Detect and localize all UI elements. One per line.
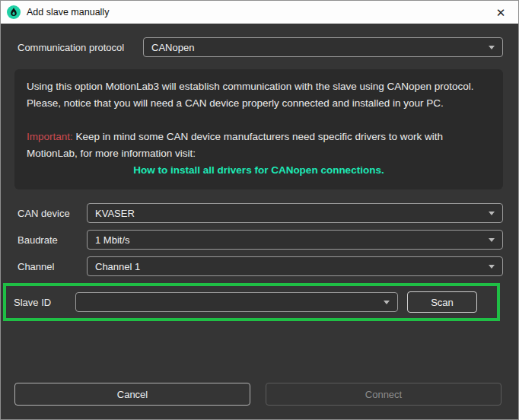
channel-label: Channel bbox=[18, 261, 87, 272]
baudrate-value: 1 Mbit/s bbox=[95, 234, 482, 246]
can-device-dropdown[interactable]: KVASER bbox=[87, 203, 503, 223]
can-device-row: CAN device KVASER bbox=[18, 203, 503, 223]
info-box: Using this option MotionLab3 will establ… bbox=[14, 69, 503, 189]
dialog-body: Communication protocol CANopen Using thi… bbox=[1, 24, 518, 321]
slave-id-label: Slave ID bbox=[14, 297, 75, 308]
important-label: Important: bbox=[27, 131, 73, 142]
window-title: Add slave manually bbox=[27, 7, 109, 18]
title-bar: Add slave manually ✕ bbox=[1, 1, 518, 24]
motionlab-logo-icon bbox=[7, 5, 21, 19]
chevron-down-icon bbox=[489, 238, 495, 242]
protocol-row: Communication protocol CANopen bbox=[18, 37, 503, 57]
slave-id-highlight: Slave ID Scan bbox=[3, 283, 500, 321]
protocol-value: CANopen bbox=[151, 42, 482, 53]
chevron-down-icon bbox=[489, 265, 495, 269]
channel-dropdown[interactable]: Channel 1 bbox=[87, 256, 503, 276]
protocol-label: Communication protocol bbox=[18, 42, 143, 53]
close-icon[interactable]: ✕ bbox=[492, 7, 509, 18]
connect-button[interactable]: Connect bbox=[266, 383, 501, 406]
chevron-down-icon bbox=[489, 46, 495, 49]
chevron-down-icon bbox=[489, 212, 495, 215]
cancel-button[interactable]: Cancel bbox=[14, 383, 250, 406]
can-device-label: CAN device bbox=[18, 208, 87, 219]
drivers-help-link[interactable]: How to install all drivers for CANopen c… bbox=[27, 162, 491, 179]
chevron-down-icon bbox=[384, 301, 390, 304]
info-spacer bbox=[27, 112, 491, 129]
add-slave-dialog: Add slave manually ✕ Communication proto… bbox=[0, 0, 519, 420]
can-device-value: KVASER bbox=[95, 208, 482, 219]
baudrate-dropdown[interactable]: 1 Mbit/s bbox=[87, 230, 503, 250]
scan-button[interactable]: Scan bbox=[407, 291, 477, 313]
protocol-dropdown[interactable]: CANopen bbox=[143, 37, 503, 57]
slave-id-dropdown[interactable] bbox=[75, 292, 398, 312]
info-paragraph-2-text: Keep in mind some CAN device manufacture… bbox=[27, 131, 443, 159]
channel-row: Channel Channel 1 bbox=[18, 256, 503, 276]
baudrate-label: Baudrate bbox=[18, 234, 87, 246]
info-paragraph-2: Important: Keep in mind some CAN device … bbox=[27, 129, 491, 162]
info-paragraph-1: Using this option MotionLab3 will establ… bbox=[27, 78, 491, 112]
baudrate-row: Baudrate 1 Mbit/s bbox=[18, 230, 503, 250]
footer: Cancel Connect bbox=[14, 383, 501, 406]
channel-value: Channel 1 bbox=[95, 261, 482, 272]
